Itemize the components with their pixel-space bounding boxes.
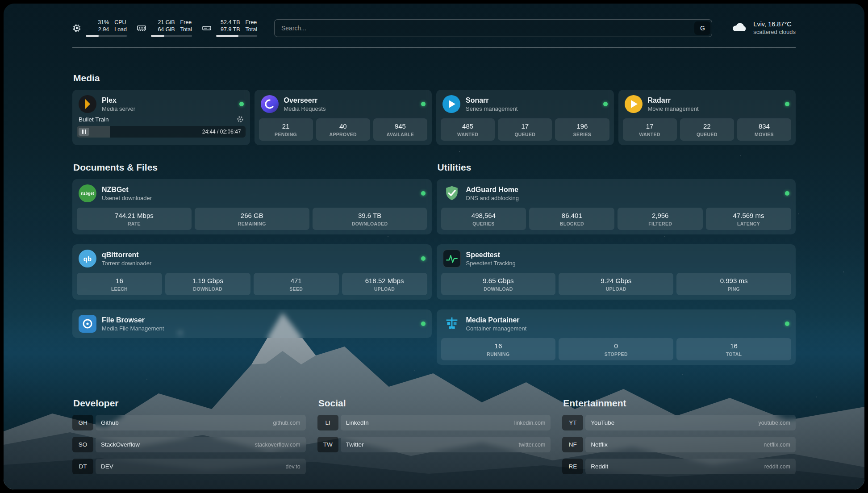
bookmark-abbr: LI bbox=[317, 415, 338, 430]
bookmark-netflix[interactable]: NF Netflix netflix.com bbox=[562, 437, 796, 452]
service-name: Speedtest bbox=[466, 251, 516, 259]
playback-time: 24:44 / 02:06:47 bbox=[202, 129, 244, 135]
bookmark-name: DEV bbox=[101, 463, 113, 470]
bookmark-domain: reddit.com bbox=[764, 464, 790, 470]
stat-value: 86,401 bbox=[531, 212, 613, 219]
service-card-filebrowser[interactable]: File Browser Media File Management bbox=[72, 309, 432, 338]
stat-queued: 22 QUEUED bbox=[680, 118, 734, 141]
bookmark-name: Twitter bbox=[346, 441, 364, 448]
section-social: Social LI LinkedIn linkedin.com TW Twitt… bbox=[317, 398, 551, 474]
cpu-widget: 31% 2.94 CPU Load bbox=[72, 19, 127, 37]
bookmark-abbr: DT bbox=[72, 459, 93, 474]
pause-icon[interactable] bbox=[79, 128, 89, 136]
search-bar: G bbox=[274, 19, 712, 37]
bookmark-stackoverflow[interactable]: SO StackOverflow stackoverflow.com bbox=[72, 437, 306, 452]
weather-widget: Lviv, 16.87°C scattered clouds bbox=[731, 21, 796, 35]
stat-label: TOTAL bbox=[678, 351, 789, 357]
stat-value: 17 bbox=[500, 122, 550, 130]
memory-icon bbox=[137, 24, 146, 33]
stat-remaining: 266 GB REMAINING bbox=[195, 208, 309, 230]
adguard-shield-icon bbox=[443, 184, 461, 202]
cpu-sublabel: Load bbox=[114, 26, 127, 33]
service-card-adguard[interactable]: AdGuard Home DNS and adblocking 498,564 … bbox=[437, 179, 796, 234]
stat-filtered: 2,956 FILTERED bbox=[618, 208, 703, 230]
entertainment-section-title: Entertainment bbox=[563, 398, 796, 409]
stat-value: 498,564 bbox=[443, 212, 525, 219]
status-dot bbox=[785, 102, 789, 106]
bookmark-name: LinkedIn bbox=[346, 419, 369, 426]
stat-value: 471 bbox=[255, 277, 337, 284]
service-card-sonarr[interactable]: Sonarr Series management 485 WANTED 17 Q… bbox=[436, 90, 614, 145]
stat-download: 1.19 Gbps DOWNLOAD bbox=[165, 273, 250, 295]
bookmark-twitter[interactable]: TW Twitter twitter.com bbox=[317, 437, 551, 452]
stat-value: 834 bbox=[739, 122, 789, 130]
stat-available: 945 AVAILABLE bbox=[373, 118, 427, 141]
service-name: qBittorrent bbox=[102, 251, 151, 259]
stat-label: RATE bbox=[79, 221, 190, 226]
overseerr-icon bbox=[261, 95, 279, 113]
service-card-nzbget[interactable]: nzbget NZBGet Usenet downloader 744.21 M… bbox=[72, 179, 432, 234]
bookmark-github[interactable]: GH Github github.com bbox=[72, 415, 306, 430]
service-name: File Browser bbox=[102, 316, 164, 324]
header-divider bbox=[72, 47, 796, 48]
stat-label: BLOCKED bbox=[531, 221, 613, 226]
bookmark-dev[interactable]: DT DEV dev.to bbox=[72, 459, 306, 474]
stat-stopped: 0 STOPPED bbox=[559, 338, 673, 360]
stat-approved: 40 APPROVED bbox=[316, 118, 370, 141]
stat-running: 16 RUNNING bbox=[441, 338, 556, 360]
bookmark-domain: stackoverflow.com bbox=[255, 442, 300, 448]
stat-blocked: 86,401 BLOCKED bbox=[529, 208, 614, 230]
memory-free-value: 21 GiB bbox=[151, 19, 175, 26]
stat-label: DOWNLOAD bbox=[167, 286, 249, 292]
bookmark-domain: dev.to bbox=[286, 464, 300, 470]
bookmark-abbr: TW bbox=[317, 437, 338, 452]
service-card-qbittorrent[interactable]: qb qBittorrent Torrent downloader 16 bbox=[72, 244, 432, 300]
service-card-plex[interactable]: Plex Media server Bullet Train bbox=[72, 90, 250, 145]
stat-value: 266 GB bbox=[196, 212, 308, 219]
bookmark-youtube[interactable]: YT YouTube youtube.com bbox=[562, 415, 796, 430]
search-input[interactable] bbox=[276, 25, 694, 32]
section-entertainment: Entertainment YT YouTube youtube.com NF … bbox=[562, 398, 796, 474]
bookmark-reddit[interactable]: RE Reddit reddit.com bbox=[562, 459, 796, 474]
bookmark-abbr: GH bbox=[72, 415, 93, 430]
status-dot bbox=[421, 256, 426, 261]
stat-label: STOPPED bbox=[560, 351, 672, 357]
stat-upload: 9.24 Gbps UPLOAD bbox=[559, 273, 673, 295]
stat-label: QUERIES bbox=[443, 221, 525, 226]
stat-rate: 744.21 Mbps RATE bbox=[77, 208, 192, 230]
disk-free-value: 52.4 TB bbox=[216, 19, 240, 26]
stat-label: WANTED bbox=[625, 132, 675, 137]
status-dot bbox=[239, 102, 244, 106]
stat-label: PING bbox=[678, 286, 789, 292]
stat-value: 40 bbox=[318, 122, 368, 130]
service-card-speedtest[interactable]: Speedtest Speedtest Tracking 9.65 Gbps D… bbox=[437, 244, 796, 300]
stat-value: 9.24 Gbps bbox=[560, 277, 672, 284]
service-name: Sonarr bbox=[466, 96, 517, 104]
weather-condition: scattered clouds bbox=[753, 29, 796, 35]
sonarr-icon bbox=[442, 95, 460, 113]
service-card-portainer[interactable]: Media Portainer Container management 16 … bbox=[437, 309, 796, 365]
bookmark-name: StackOverflow bbox=[101, 441, 140, 448]
memory-progress-bar bbox=[151, 35, 192, 37]
section-media: Media Plex Media server Bullet bbox=[72, 73, 796, 145]
now-playing-title: Bullet Train bbox=[79, 116, 109, 123]
cpu-progress-fill bbox=[86, 35, 99, 37]
top-bar: 31% 2.94 CPU Load bbox=[72, 19, 796, 37]
service-name: Media Portainer bbox=[466, 316, 527, 324]
service-card-radarr[interactable]: Radarr Movie management 17 WANTED 22 QUE… bbox=[618, 90, 796, 145]
service-card-overseerr[interactable]: Overseerr Media Requests 21 PENDING 40 A… bbox=[255, 90, 432, 145]
stat-upload: 618.52 Mbps UPLOAD bbox=[342, 273, 427, 295]
memory-progress-fill bbox=[151, 35, 164, 37]
gear-icon[interactable] bbox=[237, 116, 244, 123]
stat-wanted: 17 WANTED bbox=[623, 118, 677, 141]
stat-value: 16 bbox=[678, 342, 789, 350]
service-description: DNS and adblocking bbox=[466, 195, 519, 201]
plex-icon bbox=[79, 95, 96, 113]
stat-label: DOWNLOAD bbox=[443, 286, 554, 292]
stat-label: LEECH bbox=[79, 286, 160, 292]
search-provider-button[interactable]: G bbox=[694, 21, 710, 35]
section-developer: Developer GH Github github.com SO StackO… bbox=[72, 398, 306, 474]
disk-total-value: 97.9 TB bbox=[216, 26, 240, 33]
bookmark-linkedin[interactable]: LI LinkedIn linkedin.com bbox=[317, 415, 551, 430]
stat-queries: 498,564 QUERIES bbox=[441, 208, 526, 230]
